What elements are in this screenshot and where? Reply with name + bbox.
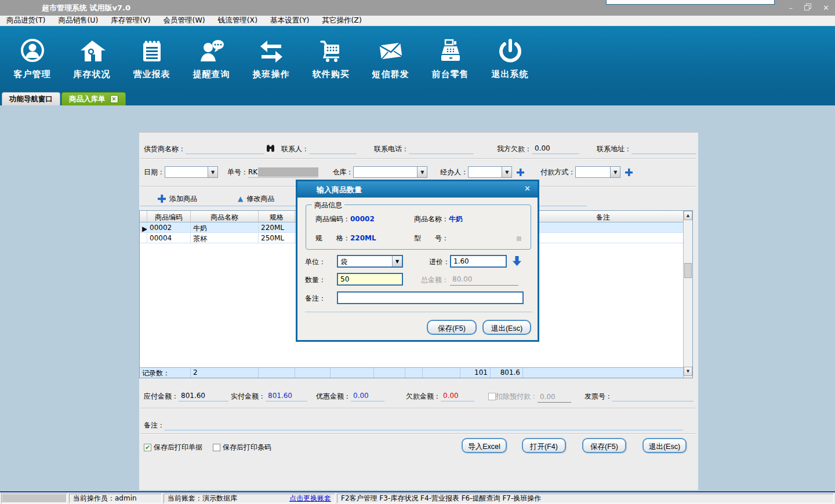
exit-button[interactable]: 退出(Esc): [642, 438, 687, 453]
background-window-edge: [606, 0, 775, 5]
restore-icon[interactable]: [804, 3, 811, 12]
app-window: 超市管理系统 试用版v7.0 – ✕ 商品进货(T) 商品销售(U) 库存管理(…: [0, 0, 835, 504]
dialog-title-bar: 输入商品数量 ✕: [297, 181, 538, 198]
tab-close-icon[interactable]: ✕: [110, 95, 118, 103]
menu-item-members[interactable]: 会员管理(W): [157, 16, 212, 25]
col-remark[interactable]: 备注: [523, 211, 684, 222]
toolbar-sms-broadcast[interactable]: 短信群发: [361, 26, 420, 91]
scroll-up-icon[interactable]: ▲: [684, 211, 692, 220]
col-product-name[interactable]: 商品名称: [191, 211, 259, 222]
progress-bar: [2, 495, 66, 502]
tab-navigation-window[interactable]: 功能导航窗口: [2, 92, 60, 105]
menu-item-settings[interactable]: 基本设置(Y): [264, 16, 315, 25]
open-button[interactable]: 打开(F4): [522, 438, 566, 453]
envelope-icon: [377, 38, 404, 64]
remark-input[interactable]: [337, 291, 524, 304]
price-down-arrow-icon[interactable]: [512, 255, 522, 268]
status-operator: 当前操作员：admin: [69, 494, 162, 503]
date-select[interactable]: ▼: [165, 166, 218, 178]
save-button[interactable]: 保存(F5): [582, 438, 626, 453]
scrollbar-thumb[interactable]: [684, 263, 692, 278]
swap-arrows-icon: [258, 38, 285, 64]
remark-label: 备注：: [305, 294, 326, 304]
scroll-down-icon[interactable]: ▼: [684, 367, 692, 376]
invoice-no-label: 发票号：: [584, 392, 612, 401]
close-icon[interactable]: ✕: [823, 4, 829, 12]
toolbar-software-purchase[interactable]: 软件购买: [301, 26, 361, 91]
edit-product-button[interactable]: ▲ 修改商品: [238, 194, 274, 204]
toolbar-exit-system[interactable]: 退出系统: [480, 26, 540, 91]
add-operator-icon[interactable]: [517, 169, 524, 176]
table-footer-row: 记录数： 2 101 801.6: [140, 367, 684, 378]
switch-account-link[interactable]: 点击更换账套: [289, 494, 331, 503]
toolbar-stock-status[interactable]: 库存状况: [62, 26, 122, 91]
order-note-label: 备注：: [144, 421, 165, 430]
chevron-down-icon[interactable]: ▼: [208, 167, 217, 177]
order-no-field: RK: [248, 166, 318, 178]
operator-label: 经办人：: [440, 167, 468, 177]
deduct-prepay-checkbox[interactable]: [488, 393, 496, 400]
unit-value: 袋: [338, 256, 392, 266]
payment-method-select[interactable]: ▼: [575, 166, 620, 178]
dialog-close-icon[interactable]: ✕: [524, 184, 531, 193]
our-debt-label: 我方欠款：: [497, 144, 532, 154]
col-spec[interactable]: 规格: [259, 211, 295, 222]
invoice-no-input[interactable]: [612, 392, 694, 401]
paid-value: 801.60: [266, 392, 307, 401]
col-product-code[interactable]: 商品编码: [147, 211, 191, 222]
add-product-button[interactable]: 添加商品: [158, 194, 197, 204]
chevron-down-icon[interactable]: ▼: [610, 167, 620, 177]
ui-artifact: [517, 236, 521, 241]
menu-item-inventory[interactable]: 库存管理(V): [104, 16, 157, 25]
phone-input[interactable]: [409, 144, 474, 154]
menu-item-cashflow[interactable]: 钱流管理(X): [212, 16, 264, 25]
print-barcode-checkbox[interactable]: 保存后打印条码: [213, 443, 271, 452]
toolbar-shift-change[interactable]: 换班操作: [241, 26, 301, 91]
person-chat-icon: [198, 38, 225, 64]
unit-select[interactable]: 袋 ▼: [337, 255, 403, 268]
order-note-input[interactable]: [165, 421, 683, 430]
contact-label: 联系人：: [281, 144, 309, 154]
row-indicator-header: [140, 211, 147, 222]
purchase-price-input[interactable]: [450, 255, 507, 268]
enter-quantity-dialog: 输入商品数量 ✕ 商品信息 商品编码：00002 商品名称：牛奶 规 格：220…: [296, 180, 539, 342]
product-spec-value: 220ML: [350, 234, 376, 242]
deduct-prepay-value: 0.00: [538, 393, 571, 403]
menu-item-other[interactable]: 其它操作(Z): [315, 16, 368, 25]
import-excel-button[interactable]: 导入Excel: [462, 438, 507, 453]
product-code-label: 商品编码：: [315, 215, 350, 223]
content-area: 供货商名称： 联系人： 联系电话： 我方欠款： 0.00 联系地址： 日期： ▼…: [0, 105, 835, 491]
product-code-value: 00002: [350, 215, 375, 223]
contact-input[interactable]: [309, 144, 357, 154]
toolbar-business-report[interactable]: 营业报表: [122, 26, 181, 91]
order-no-redacted: [258, 167, 318, 177]
minimize-icon[interactable]: –: [789, 4, 793, 12]
dialog-exit-button[interactable]: 退出(Esc): [482, 320, 531, 335]
amount-total: 801.6: [491, 368, 523, 378]
status-bar: 当前操作员：admin 当前账套：演示数据库 点击更换账套 F2客户管理 F3-…: [0, 491, 835, 504]
our-debt-value: 0.00: [532, 144, 579, 154]
menu-item-sales[interactable]: 商品销售(U): [52, 16, 104, 25]
warehouse-select[interactable]: ▼: [353, 166, 427, 178]
status-progress-segment: [1, 494, 67, 503]
chevron-down-icon[interactable]: ▼: [392, 256, 402, 266]
binoculars-search-icon[interactable]: [266, 144, 275, 154]
chevron-down-icon[interactable]: ▼: [417, 167, 427, 177]
table-scrollbar[interactable]: ▲ ▼: [683, 211, 692, 378]
power-icon: [497, 38, 524, 64]
tab-stock-in-form[interactable]: 商品入库单 ✕: [61, 92, 126, 105]
quantity-input[interactable]: [337, 273, 403, 286]
supplier-input[interactable]: [186, 144, 264, 154]
dialog-save-button[interactable]: 保存(F5): [427, 320, 477, 335]
print-receipt-checkbox[interactable]: ✔ 保存后打印单据: [144, 443, 202, 452]
add-payment-method-icon[interactable]: [625, 169, 633, 176]
address-input[interactable]: [631, 144, 696, 154]
checkbox-checked-icon: ✔: [144, 444, 151, 451]
toolbar-pos-retail[interactable]: 前台零售: [420, 26, 480, 91]
toolbar-reminder-query[interactable]: 提醒查询: [181, 26, 241, 91]
menu-item-purchase[interactable]: 商品进货(T): [0, 16, 52, 25]
toolbar-customer-management[interactable]: 客户管理: [2, 26, 62, 91]
payable-value: 801.60: [179, 392, 228, 401]
chevron-down-icon[interactable]: ▼: [502, 167, 511, 177]
operator-select[interactable]: ▼: [468, 166, 512, 178]
